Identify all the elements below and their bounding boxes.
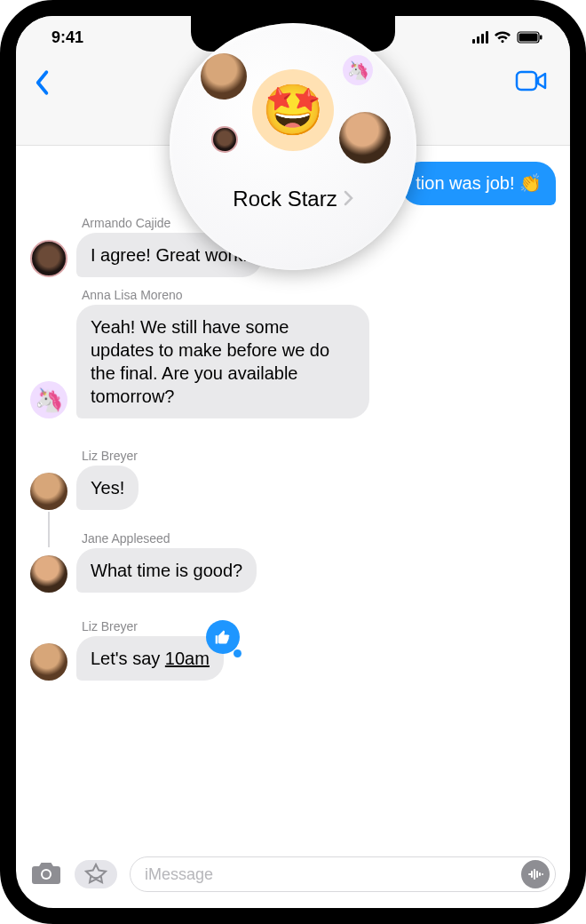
sender-label: Liz Breyer xyxy=(82,619,556,633)
message-input[interactable] xyxy=(145,865,521,884)
camera-button[interactable] xyxy=(30,859,62,889)
back-button[interactable] xyxy=(32,69,51,100)
sender-label: Liz Breyer xyxy=(82,449,556,463)
tapback-thumbs-up[interactable] xyxy=(206,620,240,654)
wifi-icon xyxy=(494,31,511,44)
group-title-button[interactable]: Rock Starz xyxy=(233,187,352,211)
avatar-liz[interactable] xyxy=(30,473,67,510)
svg-rect-1 xyxy=(519,34,538,42)
status-right xyxy=(472,31,543,44)
participant-avatar xyxy=(201,53,247,100)
group-name: Rock Starz xyxy=(233,187,337,211)
chevron-right-icon xyxy=(343,187,353,211)
message-bubble: tion was job! 👏 xyxy=(401,162,556,205)
group-avatar-cluster: 🤩 🦄 xyxy=(204,55,382,171)
compose-bar xyxy=(16,848,570,901)
time-link[interactable]: 10am xyxy=(165,649,210,668)
participant-avatar: 🦄 xyxy=(343,55,373,85)
avatar-liz[interactable] xyxy=(30,643,67,681)
participant-avatar xyxy=(211,126,238,153)
message-bubble: Yeah! We still have some updates to make… xyxy=(76,305,369,418)
apps-button[interactable] xyxy=(75,860,117,888)
sender-label: Anna Lisa Moreno xyxy=(82,288,556,302)
clock: 9:41 xyxy=(51,28,83,47)
message-bubble: Yes! xyxy=(76,466,139,510)
svg-rect-3 xyxy=(517,72,536,90)
incoming-message[interactable]: Liz Breyer Let's say 10am xyxy=(30,619,556,681)
avatar-armando[interactable] xyxy=(30,240,67,277)
svg-point-5 xyxy=(43,871,50,878)
message-text: Yes! xyxy=(91,478,124,498)
avatar-jane[interactable] xyxy=(30,555,67,593)
message-text: Let's say xyxy=(91,649,165,668)
group-header-magnified[interactable]: 🤩 🦄 Rock Starz xyxy=(170,23,416,270)
avatar-anna[interactable]: 🦄 xyxy=(30,381,67,418)
incoming-message[interactable]: Anna Lisa Moreno 🦄 Yeah! We still have s… xyxy=(30,288,556,418)
message-text: What time is good? xyxy=(91,561,242,580)
sender-label: Jane Appleseed xyxy=(82,531,556,546)
reply-thread-line xyxy=(48,512,50,547)
group-emoji-icon: 🤩 xyxy=(252,69,334,151)
message-text: tion was job! 👏 xyxy=(416,173,542,193)
incoming-message[interactable]: Jane Appleseed What time is good? xyxy=(30,531,556,593)
message-bubble: What time is good? xyxy=(76,548,257,593)
participant-avatar xyxy=(339,112,391,163)
facetime-button[interactable] xyxy=(515,69,549,96)
message-text: Yeah! We still have some updates to make… xyxy=(91,317,329,406)
battery-icon xyxy=(517,31,543,44)
audio-message-button[interactable] xyxy=(521,860,550,888)
message-input-wrap xyxy=(130,856,556,892)
incoming-message[interactable]: Liz Breyer Yes! xyxy=(30,449,556,510)
phone-frame: 9:41 tion was job! 👏 Armando Cajide xyxy=(0,0,586,924)
svg-rect-2 xyxy=(540,36,542,40)
cellular-icon xyxy=(472,31,488,44)
message-bubble: Let's say 10am xyxy=(76,636,224,681)
